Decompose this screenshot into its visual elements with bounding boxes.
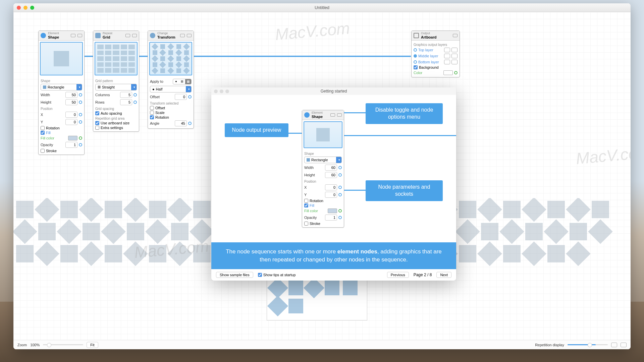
fill-checkbox[interactable]: [41, 131, 45, 135]
page-indicator: Page 2 / 8: [414, 273, 432, 277]
node-transform[interactable]: ChangeTransform Apply to●⊞▦ ●Half▾ Offse…: [148, 31, 194, 129]
shape-select[interactable]: Rectangle▾: [41, 84, 82, 90]
node-shape[interactable]: ElementShape Shape Rectangle▾ Width Heig…: [38, 31, 85, 155]
socket[interactable]: [79, 120, 82, 124]
repetition-slider[interactable]: [568, 344, 608, 345]
tf-scale-checkbox[interactable]: [150, 111, 154, 115]
socket[interactable]: [414, 54, 417, 58]
socket[interactable]: [188, 95, 192, 99]
rotation-checkbox[interactable]: [41, 126, 45, 130]
socket[interactable]: [79, 101, 82, 104]
minimize-button[interactable]: [23, 6, 28, 10]
socket[interactable]: [79, 143, 82, 146]
menu-icon[interactable]: [451, 54, 458, 58]
tf-rotation-checkbox[interactable]: [150, 115, 154, 119]
tutorial-message: The node sequence starts with one or mor…: [211, 242, 456, 269]
angle-input[interactable]: [175, 120, 187, 126]
autospacing-checkbox[interactable]: [95, 111, 99, 115]
applyto-segment[interactable]: ●⊞▦: [173, 79, 192, 84]
socket[interactable]: [454, 71, 458, 74]
menu-icon[interactable]: [453, 34, 458, 37]
node-preview: [40, 42, 83, 75]
node-artboard[interactable]: OutputArtboard Graphics output layers To…: [411, 31, 460, 77]
node-preview: [95, 42, 138, 75]
y-input[interactable]: [65, 119, 77, 125]
transform-icon: [150, 33, 155, 38]
artboard-icon: [414, 33, 419, 38]
maximize-button[interactable]: [30, 6, 34, 10]
apply-select[interactable]: ●Half▾: [150, 86, 192, 93]
node-grid[interactable]: RepeatGrid Grid pattern ⊞Straight▾ Colum…: [93, 31, 139, 132]
callout-preview: Node output preview: [225, 123, 288, 137]
zoom-slider[interactable]: [43, 344, 83, 345]
canvas[interactable]: ElementShape Shape Rectangle▾ Width Heig…: [13, 12, 631, 340]
show-tips-checkbox[interactable]: [258, 273, 262, 277]
next-button[interactable]: Next: [436, 272, 451, 278]
height-input[interactable]: [65, 99, 77, 105]
visibility-toggle[interactable]: [71, 34, 75, 37]
menu-icon[interactable]: [451, 48, 458, 52]
titlebar: Untitled: [13, 3, 631, 12]
tutorial-dialog: Getting started ElementShape Shape Recta…: [211, 87, 456, 281]
columns-input[interactable]: [120, 92, 132, 98]
callout-toggle: Disable toggle and node options menu: [366, 103, 443, 124]
view-mode-icon[interactable]: [611, 343, 617, 347]
fullscreen-icon[interactable]: [621, 343, 627, 347]
close-button[interactable]: [214, 89, 218, 93]
menu-icon: [337, 113, 342, 117]
extra-checkbox[interactable]: [95, 126, 99, 130]
background-checkbox[interactable]: [414, 65, 418, 69]
socket[interactable]: [133, 93, 137, 97]
connector: [139, 56, 149, 57]
x-input[interactable]: [65, 112, 77, 118]
zoom-value: 100%: [30, 343, 40, 347]
repetition-label: Repetition display: [535, 343, 564, 347]
opacity-input[interactable]: [65, 142, 77, 148]
width-input[interactable]: [65, 92, 77, 98]
demo-node-shape: ElementShape Shape Rectangle▾ Width Heig…: [302, 110, 344, 228]
socket[interactable]: [79, 136, 82, 140]
socket[interactable]: [414, 60, 417, 64]
menu-icon[interactable]: [451, 60, 458, 64]
visibility-icon[interactable]: [444, 60, 450, 64]
shape-icon: [41, 33, 46, 38]
socket[interactable]: [188, 122, 192, 125]
menu-icon[interactable]: [132, 34, 137, 37]
grid-icon: [95, 33, 101, 38]
visibility-toggle[interactable]: [180, 34, 185, 37]
app-window: Untitled ElementShape Shape Rectangle▾ W…: [13, 3, 631, 349]
close-button[interactable]: [17, 6, 21, 10]
connector: [193, 56, 411, 57]
menu-icon[interactable]: [187, 34, 192, 37]
socket[interactable]: [133, 101, 137, 104]
pattern-select[interactable]: ⊞Straight▾: [95, 84, 137, 90]
visibility-icon[interactable]: [444, 54, 450, 58]
color-swatch[interactable]: [68, 136, 77, 140]
visibility-toggle[interactable]: [125, 34, 130, 37]
rows-input[interactable]: [120, 99, 132, 105]
socket[interactable]: [414, 48, 417, 52]
menu-icon[interactable]: [77, 34, 82, 37]
shape-icon: [304, 112, 310, 118]
window-title: Untitled: [315, 5, 329, 10]
artboard-checkbox[interactable]: [95, 121, 99, 125]
tf-offset-checkbox[interactable]: [150, 106, 154, 110]
fit-button[interactable]: Fit: [87, 342, 98, 348]
zoom-label: Zoom: [17, 343, 27, 347]
selection-highlight: [267, 277, 367, 320]
socket[interactable]: [79, 93, 82, 97]
previous-button[interactable]: Previous: [387, 272, 409, 278]
visibility-toggle: [330, 113, 335, 117]
bg-swatch[interactable]: [443, 70, 453, 75]
stroke-checkbox[interactable]: [41, 149, 45, 153]
visibility-icon[interactable]: [444, 48, 450, 52]
callout-params: Node parameters and sockets: [366, 180, 443, 201]
connector: [84, 56, 94, 57]
socket[interactable]: [79, 113, 82, 116]
show-samples-button[interactable]: Show sample files: [216, 272, 253, 278]
offset-input[interactable]: [175, 94, 187, 100]
node-preview: [149, 42, 192, 75]
footer: Zoom 100% Fit Repetition display: [13, 340, 631, 349]
